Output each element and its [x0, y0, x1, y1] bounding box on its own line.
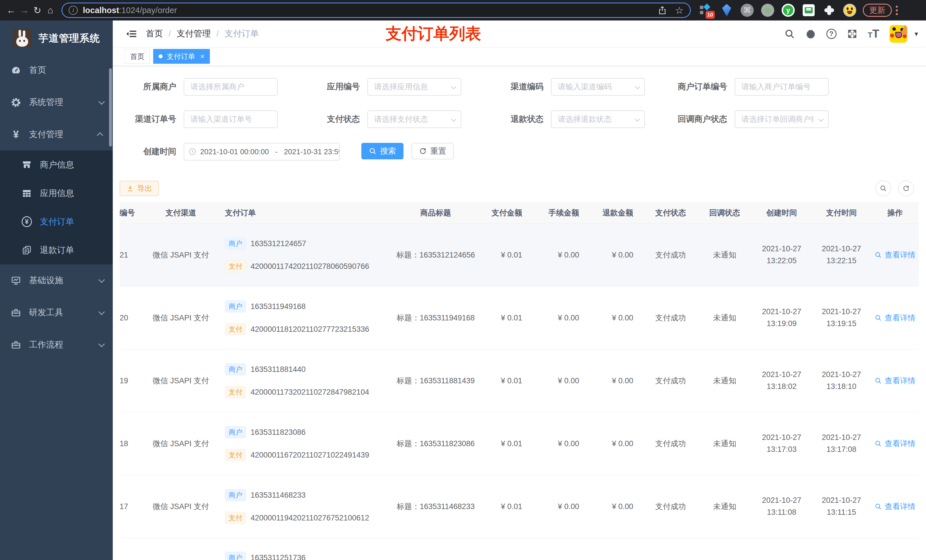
browser-update-button[interactable]: 更新: [863, 4, 892, 17]
clock-icon: [188, 147, 197, 156]
filter-label: 退款状态: [487, 113, 551, 125]
sidebar-item-label: 退款订单: [40, 245, 74, 256]
address-bar[interactable]: i localhost:1024/pay/order ☆: [62, 3, 691, 18]
search-icon: [879, 185, 887, 192]
channel-code-select[interactable]: [551, 78, 645, 96]
filter-label: 应用编号: [303, 81, 367, 92]
url-text: localhost:1024/pay/order: [83, 6, 177, 15]
toolbox-icon: [11, 340, 21, 350]
tab-home[interactable]: 首页: [125, 49, 150, 64]
refund-status-select[interactable]: [551, 110, 645, 128]
monitor-chart-icon: [11, 275, 21, 286]
view-detail-link[interactable]: 查看详情: [872, 438, 918, 449]
browser-home-icon[interactable]: ⌂: [44, 5, 57, 16]
pay-tag: 支付: [225, 449, 246, 461]
avatar-caret-icon[interactable]: ▾: [915, 30, 918, 38]
view-detail-link[interactable]: 查看详情: [872, 501, 918, 512]
extension-emoji-icon[interactable]: [843, 3, 856, 17]
view-detail-link[interactable]: 查看详情: [872, 313, 918, 323]
toggle-search-button[interactable]: [875, 180, 891, 196]
view-detail-link[interactable]: 查看详情: [872, 376, 918, 386]
status-badge: 支付成功: [643, 376, 698, 386]
browser-forward-icon[interactable]: →: [18, 5, 31, 16]
font-size-icon[interactable]: TT: [868, 27, 879, 40]
table-row[interactable]: 20 微信 JSAPI 支付 商户1635311949168 支付4200001…: [120, 287, 918, 349]
browser-menu-icon[interactable]: [896, 6, 899, 15]
channel-order-no-input[interactable]: [184, 110, 278, 128]
date-range-input[interactable]: 2021-10-01 00:00:00 - 2021-10-31 23:59:5…: [184, 143, 340, 160]
browser-reload-icon[interactable]: ↻: [31, 5, 44, 16]
user-avatar[interactable]: [890, 25, 907, 43]
search-icon: [875, 440, 882, 447]
filter-merchant: 所属商户: [120, 78, 303, 96]
sidebar-item-home[interactable]: 首页: [0, 54, 113, 86]
merchant-tag: 商户: [225, 426, 246, 438]
reset-button[interactable]: 重置: [412, 143, 454, 159]
filter-label: 支付状态: [303, 113, 367, 125]
table-row[interactable]: 19 微信 JSAPI 支付 商户1635311881440 支付4200001…: [120, 349, 918, 412]
sidebar-item-refund-order[interactable]: 退款订单: [0, 236, 113, 264]
extension-gem-icon[interactable]: [720, 3, 734, 17]
share-icon[interactable]: [658, 5, 667, 15]
browser-back-icon[interactable]: ←: [5, 5, 18, 16]
close-tab-icon[interactable]: ×: [200, 52, 204, 61]
search-button[interactable]: 搜索: [362, 143, 404, 159]
sidebar-scrollbar[interactable]: [109, 68, 112, 146]
collapse-sidebar-icon[interactable]: [113, 29, 146, 39]
github-icon[interactable]: [805, 29, 816, 39]
merchant-order-no-input[interactable]: [735, 78, 829, 96]
table-row[interactable]: 18 微信 JSAPI 支付 商户1635311823086 支付4200001…: [120, 412, 918, 475]
refresh-table-button[interactable]: [898, 180, 914, 196]
extension-y-icon[interactable]: y: [781, 3, 795, 17]
sidebar-item-workflow[interactable]: 工作流程: [0, 329, 113, 361]
tab-pay-order[interactable]: 支付订单 ×: [153, 49, 210, 64]
site-info-icon[interactable]: i: [69, 6, 78, 15]
app-title: 芋道管理系统: [38, 32, 100, 45]
merchant-tag: 商户: [225, 363, 246, 375]
merchant-order-no: 1635311468233: [251, 491, 306, 500]
bookmark-star-icon[interactable]: ☆: [675, 5, 684, 16]
merchant-input[interactable]: [184, 78, 278, 96]
table-row[interactable]: 17 微信 JSAPI 支付 商户1635311468233 支付4200001…: [120, 475, 918, 538]
extension-chat-icon[interactable]: [802, 3, 816, 17]
fullscreen-icon[interactable]: [847, 29, 858, 39]
extensions-puzzle-icon[interactable]: [822, 3, 836, 17]
sidebar-item-payment[interactable]: ¥ 支付管理: [0, 118, 113, 151]
table-row[interactable]: 商户1635311251736: [120, 538, 918, 560]
sidebar-item-merchant-info[interactable]: 商户信息: [0, 151, 113, 179]
app-select[interactable]: [367, 78, 461, 96]
top-navbar: 首页 / 支付管理 / 支付订单 支付订单列表 ? TT: [113, 21, 926, 47]
breadcrumb-home[interactable]: 首页: [146, 28, 163, 39]
sidebar-item-infrastructure[interactable]: 基础设施: [0, 264, 113, 296]
view-detail-link[interactable]: 查看详情: [872, 250, 918, 260]
merchant-tag: 商户: [225, 238, 246, 249]
help-icon[interactable]: ?: [826, 29, 837, 39]
pay-order-table: 编号 支付渠道 支付订单 商品标题 支付金额 手续金额 退款金额 支付状态 回调…: [120, 202, 918, 560]
sidebar-item-dev-tools[interactable]: 研发工具: [0, 296, 113, 329]
gear-icon: [11, 97, 21, 107]
sidebar-logo[interactable]: 芋道管理系统: [0, 21, 113, 50]
pay-status-select[interactable]: [367, 110, 461, 128]
notify-status-select[interactable]: [735, 110, 829, 128]
filter-channel-order-no: 渠道订单号: [120, 110, 303, 128]
extension-dot-icon[interactable]: [761, 3, 775, 17]
sidebar-item-label: 商户信息: [40, 159, 74, 171]
sidebar-item-label: 系统管理: [29, 97, 63, 108]
yen-icon: ¥: [11, 130, 21, 140]
sidebar-item-app-info[interactable]: 应用信息: [0, 179, 113, 207]
chevron-down-icon: [98, 98, 105, 105]
extension-diamond-icon[interactable]: 10: [699, 3, 713, 17]
table-row[interactable]: 21 微信 JSAPI 支付 商户1635312124657 支付4200001…: [120, 223, 918, 287]
search-icon[interactable]: [784, 29, 795, 39]
export-button[interactable]: 导出: [120, 181, 159, 196]
toolbox-icon: [11, 308, 21, 318]
sidebar-item-pay-order[interactable]: 支付订单: [0, 207, 113, 236]
sidebar-item-label: 应用信息: [40, 187, 74, 199]
sidebar-item-system[interactable]: 系统管理: [0, 86, 113, 118]
extension-command-icon[interactable]: ⌘: [740, 3, 754, 17]
merchant-order-no: 1635312124657: [251, 239, 306, 248]
filter-notify-status: 回调商户状态: [670, 110, 854, 128]
page-title: 支付订单列表: [386, 23, 481, 45]
breadcrumb-pay-mgmt[interactable]: 支付管理: [177, 28, 211, 39]
status-badge: 支付成功: [643, 313, 698, 323]
